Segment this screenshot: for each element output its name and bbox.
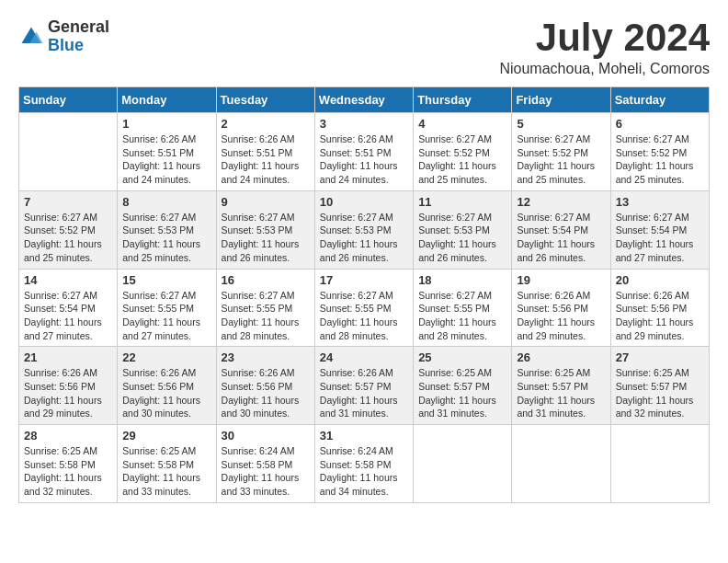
day-number: 25 (418, 350, 506, 364)
day-number: 27 (616, 350, 704, 364)
day-number: 3 (320, 117, 408, 131)
day-info: Sunrise: 6:27 AM Sunset: 5:53 PM Dayligh… (418, 211, 506, 265)
calendar-cell: 24Sunrise: 6:26 AM Sunset: 5:57 PM Dayli… (314, 347, 413, 425)
day-number: 10 (320, 195, 408, 209)
day-number: 15 (122, 273, 210, 287)
weekday-header: Friday (512, 87, 610, 113)
calendar-cell: 27Sunrise: 6:25 AM Sunset: 5:57 PM Dayli… (610, 347, 709, 425)
calendar-cell (414, 425, 512, 503)
calendar-cell: 1Sunrise: 6:26 AM Sunset: 5:51 PM Daylig… (118, 113, 216, 191)
calendar-week-row: 28Sunrise: 6:25 AM Sunset: 5:58 PM Dayli… (19, 425, 710, 503)
day-info: Sunrise: 6:26 AM Sunset: 5:56 PM Dayligh… (517, 289, 605, 343)
day-info: Sunrise: 6:26 AM Sunset: 5:56 PM Dayligh… (222, 366, 310, 420)
weekday-header: Tuesday (216, 87, 314, 113)
calendar-week-row: 21Sunrise: 6:26 AM Sunset: 5:56 PM Dayli… (19, 347, 710, 425)
calendar-cell: 4Sunrise: 6:27 AM Sunset: 5:52 PM Daylig… (414, 113, 512, 191)
day-info: Sunrise: 6:26 AM Sunset: 5:56 PM Dayligh… (616, 289, 704, 343)
calendar-cell: 31Sunrise: 6:24 AM Sunset: 5:58 PM Dayli… (314, 425, 413, 503)
day-number: 5 (517, 117, 605, 131)
day-info: Sunrise: 6:26 AM Sunset: 5:51 PM Dayligh… (320, 132, 408, 187)
calendar-cell: 5Sunrise: 6:27 AM Sunset: 5:52 PM Daylig… (512, 113, 610, 191)
calendar-cell: 9Sunrise: 6:27 AM Sunset: 5:53 PM Daylig… (216, 190, 314, 269)
day-info: Sunrise: 6:25 AM Sunset: 5:57 PM Dayligh… (418, 366, 506, 420)
day-number: 18 (418, 273, 506, 287)
weekday-header: Monday (118, 87, 216, 113)
day-info: Sunrise: 6:26 AM Sunset: 5:57 PM Dayligh… (320, 366, 408, 420)
calendar-cell: 21Sunrise: 6:26 AM Sunset: 5:56 PM Dayli… (19, 347, 118, 425)
calendar-cell: 29Sunrise: 6:25 AM Sunset: 5:58 PM Dayli… (118, 425, 216, 503)
day-number: 16 (222, 273, 310, 287)
calendar-cell: 30Sunrise: 6:24 AM Sunset: 5:58 PM Dayli… (216, 425, 314, 503)
logo: General Blue (18, 18, 109, 55)
calendar-cell (512, 425, 610, 503)
calendar-cell (19, 113, 118, 191)
calendar-cell: 12Sunrise: 6:27 AM Sunset: 5:54 PM Dayli… (512, 190, 610, 269)
day-info: Sunrise: 6:27 AM Sunset: 5:53 PM Dayligh… (222, 211, 310, 265)
day-info: Sunrise: 6:26 AM Sunset: 5:51 PM Dayligh… (122, 132, 210, 187)
day-info: Sunrise: 6:27 AM Sunset: 5:55 PM Dayligh… (222, 289, 310, 343)
calendar-cell: 13Sunrise: 6:27 AM Sunset: 5:54 PM Dayli… (610, 190, 709, 269)
calendar-cell: 3Sunrise: 6:26 AM Sunset: 5:51 PM Daylig… (314, 113, 413, 191)
day-info: Sunrise: 6:27 AM Sunset: 5:52 PM Dayligh… (616, 132, 704, 187)
day-number: 11 (418, 195, 506, 209)
day-number: 4 (418, 117, 506, 131)
day-info: Sunrise: 6:27 AM Sunset: 5:52 PM Dayligh… (517, 132, 605, 187)
day-info: Sunrise: 6:25 AM Sunset: 5:57 PM Dayligh… (517, 366, 605, 420)
calendar-cell: 17Sunrise: 6:27 AM Sunset: 5:55 PM Dayli… (314, 269, 413, 347)
calendar-cell: 15Sunrise: 6:27 AM Sunset: 5:55 PM Dayli… (118, 269, 216, 347)
day-number: 1 (122, 117, 210, 131)
day-info: Sunrise: 6:27 AM Sunset: 5:52 PM Dayligh… (24, 211, 112, 265)
day-number: 12 (517, 195, 605, 209)
day-number: 30 (222, 429, 310, 442)
day-number: 14 (24, 273, 112, 287)
day-number: 23 (222, 350, 310, 364)
day-number: 29 (122, 429, 210, 442)
calendar-cell: 6Sunrise: 6:27 AM Sunset: 5:52 PM Daylig… (610, 113, 709, 191)
day-number: 13 (616, 195, 704, 209)
day-info: Sunrise: 6:27 AM Sunset: 5:54 PM Dayligh… (616, 211, 704, 265)
weekday-header: Thursday (414, 87, 512, 113)
day-info: Sunrise: 6:26 AM Sunset: 5:56 PM Dayligh… (122, 366, 210, 420)
day-info: Sunrise: 6:25 AM Sunset: 5:57 PM Dayligh… (616, 366, 704, 420)
weekday-header: Saturday (610, 87, 709, 113)
day-number: 19 (517, 273, 605, 287)
day-number: 7 (24, 195, 112, 209)
month-year: July 2024 (499, 18, 710, 57)
calendar-header-row: SundayMondayTuesdayWednesdayThursdayFrid… (19, 87, 710, 113)
day-info: Sunrise: 6:26 AM Sunset: 5:56 PM Dayligh… (24, 366, 112, 420)
day-info: Sunrise: 6:27 AM Sunset: 5:55 PM Dayligh… (320, 289, 408, 343)
calendar-cell: 7Sunrise: 6:27 AM Sunset: 5:52 PM Daylig… (19, 190, 118, 269)
calendar-cell: 11Sunrise: 6:27 AM Sunset: 5:53 PM Dayli… (414, 190, 512, 269)
day-number: 20 (616, 273, 704, 287)
page-header: General Blue July 2024 Nioumachoua, Mohe… (18, 18, 710, 77)
day-info: Sunrise: 6:27 AM Sunset: 5:52 PM Dayligh… (418, 132, 506, 187)
calendar-week-row: 1Sunrise: 6:26 AM Sunset: 5:51 PM Daylig… (19, 113, 710, 191)
day-number: 28 (24, 429, 112, 442)
calendar-cell: 19Sunrise: 6:26 AM Sunset: 5:56 PM Dayli… (512, 269, 610, 347)
calendar-week-row: 7Sunrise: 6:27 AM Sunset: 5:52 PM Daylig… (19, 190, 710, 269)
day-info: Sunrise: 6:25 AM Sunset: 5:58 PM Dayligh… (24, 444, 112, 499)
day-info: Sunrise: 6:25 AM Sunset: 5:58 PM Dayligh… (122, 444, 210, 499)
logo-general: General (48, 18, 109, 37)
day-number: 17 (320, 273, 408, 287)
calendar-cell: 20Sunrise: 6:26 AM Sunset: 5:56 PM Dayli… (610, 269, 709, 347)
day-number: 6 (616, 117, 704, 131)
title-block: July 2024 Nioumachoua, Moheli, Comoros (499, 18, 710, 77)
logo-blue: Blue (48, 37, 109, 55)
day-number: 24 (320, 350, 408, 364)
day-info: Sunrise: 6:27 AM Sunset: 5:54 PM Dayligh… (517, 211, 605, 265)
day-number: 8 (122, 195, 210, 209)
calendar-cell (610, 425, 709, 503)
calendar-cell: 26Sunrise: 6:25 AM Sunset: 5:57 PM Dayli… (512, 347, 610, 425)
day-info: Sunrise: 6:26 AM Sunset: 5:51 PM Dayligh… (222, 132, 310, 187)
day-number: 2 (222, 117, 310, 131)
day-number: 22 (122, 350, 210, 364)
calendar-cell: 2Sunrise: 6:26 AM Sunset: 5:51 PM Daylig… (216, 113, 314, 191)
weekday-header: Sunday (19, 87, 118, 113)
location: Nioumachoua, Moheli, Comoros (499, 61, 710, 77)
calendar-cell: 18Sunrise: 6:27 AM Sunset: 5:55 PM Dayli… (414, 269, 512, 347)
day-number: 31 (320, 429, 408, 442)
calendar-cell: 8Sunrise: 6:27 AM Sunset: 5:53 PM Daylig… (118, 190, 216, 269)
calendar-cell: 25Sunrise: 6:25 AM Sunset: 5:57 PM Dayli… (414, 347, 512, 425)
day-info: Sunrise: 6:27 AM Sunset: 5:55 PM Dayligh… (122, 289, 210, 343)
